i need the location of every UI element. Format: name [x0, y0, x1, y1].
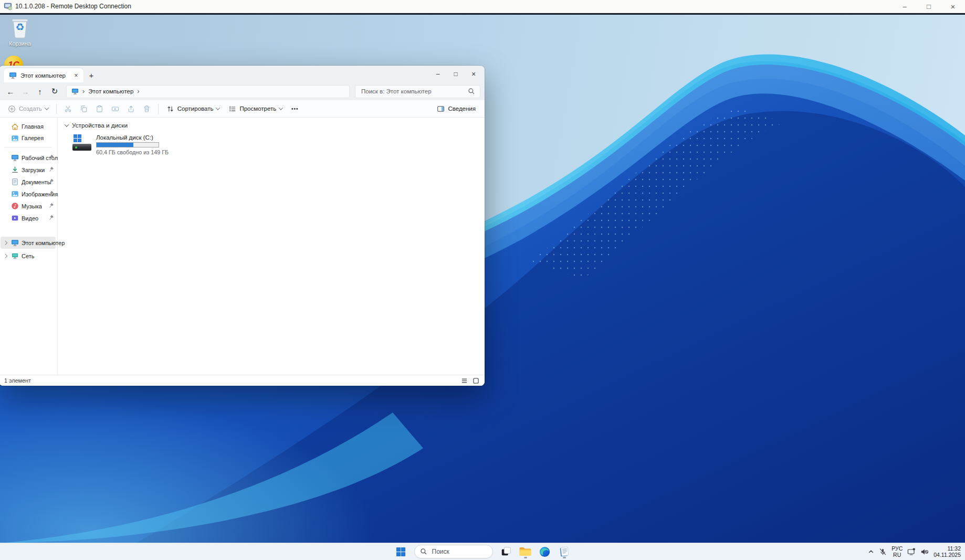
drive-c-item[interactable]: Локальный диск (C:) 60,4 ГБ свободно из …: [72, 134, 177, 155]
sort-button[interactable]: Сортировать: [162, 102, 224, 116]
create-button[interactable]: Создать: [4, 102, 53, 116]
cut-button[interactable]: [60, 102, 76, 116]
list-view-icon: [461, 377, 468, 384]
windows-logo-icon: [74, 134, 81, 142]
chevron-down-icon: [44, 105, 48, 110]
documents-icon: [11, 178, 19, 186]
cut-icon: [64, 105, 72, 113]
delete-button[interactable]: [139, 102, 154, 116]
start-button[interactable]: [392, 544, 410, 559]
large-icons-view-button[interactable]: [473, 377, 479, 384]
running-indicator: [563, 557, 566, 558]
explorer-tabbar: Этот компьютер × + – □ ×: [0, 66, 485, 82]
explorer-tab-this-pc[interactable]: Этот компьютер ×: [4, 68, 83, 82]
chevron-down-icon: [216, 105, 220, 110]
network-status-button[interactable]: [907, 544, 916, 559]
copy-button[interactable]: [76, 102, 91, 116]
sidebar-item-downloads[interactable]: Загрузки: [1, 164, 56, 176]
forward-button[interactable]: →: [18, 84, 33, 99]
expand-chevron-icon[interactable]: [3, 254, 7, 258]
details-pane-icon: [437, 105, 445, 113]
drive-name: Локальный диск (C:): [96, 134, 169, 141]
edge-button[interactable]: [536, 544, 554, 559]
downloads-icon: [11, 166, 19, 174]
volume-muted-button[interactable]: [920, 544, 929, 559]
search-icon: [420, 548, 427, 555]
more-icon: •••: [291, 106, 299, 112]
windows-start-icon: [395, 546, 406, 557]
sidebar-item-network[interactable]: Сеть: [1, 250, 56, 262]
explorer-minimize-button[interactable]: –: [429, 67, 447, 81]
drive-info: Локальный диск (C:) 60,4 ГБ свободно из …: [96, 134, 169, 155]
rdp-close-button[interactable]: ×: [941, 0, 965, 13]
details-pane-button[interactable]: Сведения: [433, 102, 480, 116]
sidebar-item-label: Документы: [22, 179, 51, 185]
explorer-content[interactable]: Устройства и диски Локальный диск (C:) 6…: [58, 118, 485, 375]
sidebar-item-music[interactable]: Музыка: [1, 200, 56, 212]
notepad-icon: [558, 546, 570, 558]
language-secondary: RU: [893, 552, 901, 558]
explorer-body: Главная Галерея: [0, 118, 485, 375]
sidebar-item-this-pc[interactable]: Этот компьютер: [1, 237, 56, 249]
sidebar-item-gallery[interactable]: Галерея: [1, 132, 56, 144]
sidebar-item-label: Музыка: [22, 203, 42, 209]
this-pc-icon: [71, 88, 79, 95]
notepad-button[interactable]: [555, 544, 573, 559]
close-icon: ×: [471, 70, 476, 78]
language-indicator[interactable]: РУС RU: [891, 545, 903, 558]
explorer-sidebar: Главная Галерея: [0, 118, 58, 375]
this-pc-icon: [11, 239, 19, 247]
sidebar-item-documents[interactable]: Документы: [1, 176, 56, 188]
rdp-minimize-button[interactable]: –: [893, 0, 917, 13]
desktop-icon-recycle-bin[interactable]: ♻ Корзина: [0, 18, 40, 47]
share-button[interactable]: [123, 102, 139, 116]
music-icon: [11, 202, 19, 210]
sidebar-item-desktop[interactable]: Рабочий стол: [1, 152, 56, 164]
explorer-search-input[interactable]: [360, 88, 465, 95]
rdp-maximize-button[interactable]: □: [917, 0, 941, 13]
sidebar-item-home[interactable]: Главная: [1, 121, 56, 132]
rdp-window-title: 10.1.0.208 - Remote Desktop Connection: [15, 3, 131, 10]
taskbar-search[interactable]: [414, 545, 493, 558]
paste-button[interactable]: [92, 102, 107, 116]
details-view-button[interactable]: [461, 377, 468, 384]
file-explorer-button[interactable]: [517, 544, 534, 559]
back-button[interactable]: ←: [3, 84, 18, 99]
drive-usage-bar: [96, 142, 159, 147]
new-tab-button[interactable]: +: [83, 68, 99, 82]
breadcrumb-item-this-pc[interactable]: Этот компьютер: [88, 88, 133, 94]
explorer-maximize-button[interactable]: □: [447, 67, 465, 81]
refresh-button[interactable]: ↻: [47, 84, 62, 99]
minimize-icon: –: [903, 3, 906, 10]
maximize-icon: □: [454, 70, 457, 78]
back-icon: ←: [7, 87, 15, 96]
explorer-search[interactable]: [355, 85, 480, 98]
expand-chevron-icon[interactable]: [3, 241, 7, 245]
sort-label: Сортировать: [177, 105, 214, 112]
clock[interactable]: 11:32 04.11.2025: [933, 545, 961, 558]
close-icon: ×: [74, 72, 78, 79]
breadcrumb-chevron-icon[interactable]: ›: [137, 89, 139, 94]
explorer-window-controls: – □ ×: [429, 67, 482, 81]
collapse-chevron-icon: [65, 122, 69, 126]
sidebar-item-videos[interactable]: Видео: [1, 212, 56, 224]
up-button[interactable]: ↑: [33, 84, 47, 99]
rename-button[interactable]: [108, 102, 123, 116]
devices-group-header[interactable]: Устройства и диски: [65, 121, 485, 130]
hidden-icons-button[interactable]: [868, 544, 874, 559]
explorer-close-button[interactable]: ×: [465, 67, 482, 81]
language-primary: РУС: [891, 545, 903, 552]
sidebar-item-label: Главная: [22, 123, 44, 130]
microphone-muted-button[interactable]: [879, 544, 887, 559]
view-button[interactable]: Просмотреть: [224, 102, 287, 116]
details-label: Сведения: [448, 105, 476, 112]
drive-usage-fill: [97, 143, 133, 147]
sidebar-item-label: Сеть: [22, 253, 34, 259]
task-view-button[interactable]: [497, 544, 515, 559]
divider: [56, 104, 57, 114]
explorer-commandbar: Создать: [0, 100, 485, 118]
tab-close-button[interactable]: ×: [71, 71, 81, 80]
sidebar-item-pictures[interactable]: Изображения: [1, 188, 56, 200]
breadcrumb[interactable]: › Этот компьютер ›: [66, 85, 350, 98]
more-options-button[interactable]: •••: [287, 102, 302, 116]
